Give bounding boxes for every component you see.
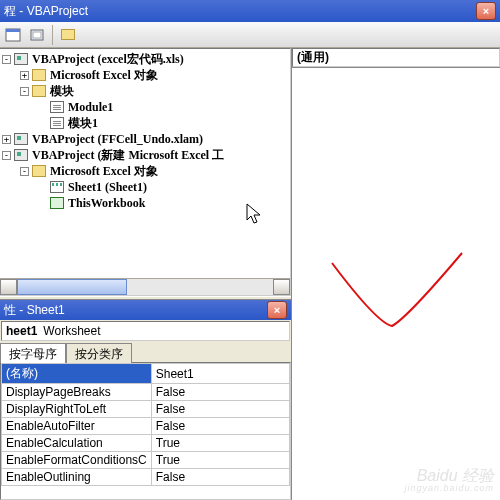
tree-node-label: 模块 [50,83,74,100]
property-name: DisplayRightToLeft [2,401,152,418]
proj-icon [14,149,28,161]
view-code-icon[interactable] [2,24,24,46]
tree-node[interactable]: -Microsoft Excel 对象 [0,163,290,179]
close-icon[interactable]: × [476,2,496,20]
property-name: EnableFormatConditionsC [2,452,152,469]
project-explorer-titlebar[interactable]: 程 - VBAProject × [0,0,500,22]
svg-rect-1 [6,29,20,32]
expand-icon[interactable]: + [2,135,11,144]
tree-node-label: VBAProject (新建 Microsoft Excel 工 [32,147,224,164]
property-value[interactable]: True [151,452,289,469]
object-type: Worksheet [43,324,100,338]
close-icon[interactable]: × [267,301,287,319]
code-pane: (通用) [292,48,500,500]
tree-node-label: Microsoft Excel 对象 [50,67,158,84]
folder-icon [32,69,46,81]
expand-icon[interactable]: + [20,71,29,80]
properties-grid[interactable]: (名称)Sheet1DisplayPageBreaksFalseDisplayR… [0,362,291,500]
tree-node[interactable]: Sheet1 (Sheet1) [0,179,290,195]
scroll-right-button[interactable] [273,279,290,295]
collapse-icon[interactable]: - [20,167,29,176]
project-explorer-toolbar [0,22,500,48]
proj-icon [14,53,28,65]
collapse-icon[interactable]: - [2,151,11,160]
wb-icon [50,197,64,209]
project-explorer-title: 程 - VBAProject [4,3,88,20]
tree-node[interactable]: -VBAProject (excel宏代码.xls) [0,51,290,67]
property-row[interactable]: EnableFormatConditionsCTrue [2,452,290,469]
property-name: (名称) [2,364,152,384]
property-name: EnableAutoFilter [2,418,152,435]
tree-node[interactable]: -VBAProject (新建 Microsoft Excel 工 [0,147,290,163]
tree-node[interactable]: -模块 [0,83,290,99]
property-value[interactable]: False [151,384,289,401]
view-object-icon[interactable] [26,24,48,46]
object-selector-dropdown[interactable]: heet1 Worksheet [1,321,290,341]
module-icon [50,117,64,129]
property-row[interactable]: DisplayPageBreaksFalse [2,384,290,401]
tree-node-label: ThisWorkbook [68,196,145,211]
folder-icon [32,165,46,177]
collapse-icon[interactable]: - [2,55,11,64]
property-value[interactable]: False [151,418,289,435]
object-dropdown[interactable]: (通用) [292,48,500,67]
property-value[interactable]: Sheet1 [151,364,289,384]
collapse-icon[interactable]: - [20,87,29,96]
property-row[interactable]: EnableCalculationTrue [2,435,290,452]
tab-alphabetic[interactable]: 按字母序 [0,343,66,363]
property-value[interactable]: False [151,401,289,418]
tree-node-label: VBAProject (FFCell_Undo.xlam) [32,132,203,147]
tree-node-label: Module1 [68,100,113,115]
tree-node-label: Sheet1 (Sheet1) [68,180,147,195]
properties-tabs: 按字母序 按分类序 [0,342,291,362]
tree-node-label: Microsoft Excel 对象 [50,163,158,180]
toolbar-divider [52,25,53,45]
sheet-icon [50,181,64,193]
property-name: EnableCalculation [2,435,152,452]
property-row[interactable]: (名称)Sheet1 [2,364,290,384]
tree-node[interactable]: +Microsoft Excel 对象 [0,67,290,83]
module-icon [50,101,64,113]
property-name: EnableOutlining [2,469,152,486]
folder-icon [32,85,46,97]
tree-node[interactable]: +VBAProject (FFCell_Undo.xlam) [0,131,290,147]
tree-node-label: 模块1 [68,115,98,132]
properties-titlebar[interactable]: 性 - Sheet1 × [0,300,291,320]
property-row[interactable]: DisplayRightToLeftFalse [2,401,290,418]
properties-title: 性 - Sheet1 [4,302,65,319]
tab-categorized[interactable]: 按分类序 [66,343,132,363]
annotation-checkmark [327,248,467,338]
tree-node[interactable]: ThisWorkbook [0,195,290,211]
code-editor[interactable] [292,68,500,500]
svg-rect-3 [33,32,41,38]
scroll-left-button[interactable] [0,279,17,295]
scroll-thumb[interactable] [17,279,127,295]
tree-node-label: VBAProject (excel宏代码.xls) [32,51,184,68]
tree-node[interactable]: Module1 [0,99,290,115]
object-name: heet1 [6,324,37,338]
property-name: DisplayPageBreaks [2,384,152,401]
property-value[interactable]: True [151,435,289,452]
proj-icon [14,133,28,145]
tree-node[interactable]: 模块1 [0,115,290,131]
tree-horizontal-scrollbar[interactable] [0,278,290,295]
toggle-folders-icon[interactable] [57,24,79,46]
property-value[interactable]: False [151,469,289,486]
property-row[interactable]: EnableAutoFilterFalse [2,418,290,435]
property-row[interactable]: EnableOutliningFalse [2,469,290,486]
project-tree[interactable]: -VBAProject (excel宏代码.xls)+Microsoft Exc… [0,48,291,296]
